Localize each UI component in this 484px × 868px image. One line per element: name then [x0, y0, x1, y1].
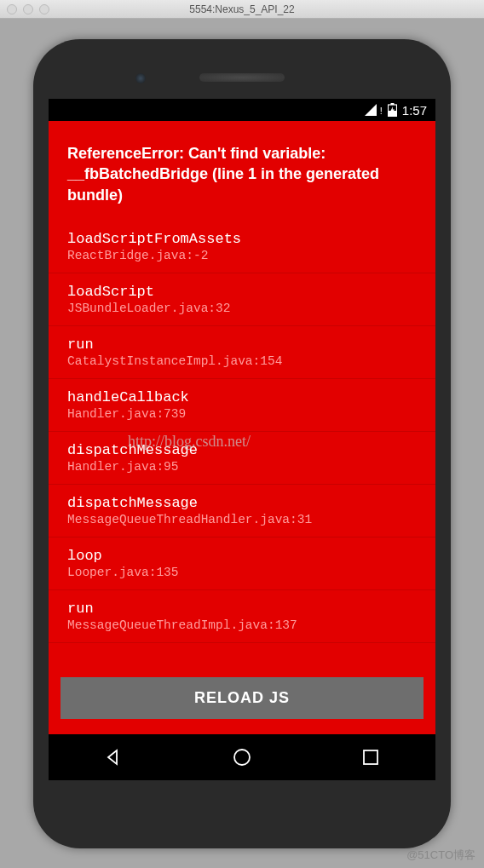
frame-file: MessageQueueThreadImpl.java:137 — [67, 618, 417, 632]
stack-frame[interactable]: handleCallback Handler.java:739 — [49, 379, 435, 432]
svg-rect-4 — [364, 750, 377, 764]
mac-maximize-button[interactable] — [39, 4, 49, 14]
stack-trace: loadScriptFromAssets ReactBridge.java:-2… — [49, 221, 435, 665]
window-title: 5554:Nexus_5_API_22 — [0, 3, 484, 15]
status-clock: 1:57 — [402, 103, 427, 118]
frame-method: handleCallback — [67, 389, 417, 405]
frame-method: dispatchMessage — [67, 495, 417, 511]
emulator-area: ! 1:57 ReferenceError: Can't find variab… — [0, 19, 484, 857]
frame-method: run — [67, 336, 417, 353]
front-camera — [135, 73, 146, 83]
frame-file: Handler.java:95 — [67, 460, 417, 474]
footer-watermark: @51CTO博客 — [406, 848, 475, 863]
stack-frame[interactable]: loadScriptFromAssets ReactBridge.java:-2 — [49, 221, 435, 273]
frame-file: MessageQueueThreadHandler.java:31 — [67, 513, 417, 526]
mac-window-buttons — [7, 4, 49, 14]
stack-frame[interactable]: loadScript JSBundleLoader.java:32 — [49, 273, 435, 326]
frame-method: loadScriptFromAssets — [67, 231, 417, 247]
android-status-bar: ! 1:57 — [49, 99, 435, 121]
device-screen: ! 1:57 ReferenceError: Can't find variab… — [49, 99, 435, 780]
nav-back-button[interactable] — [103, 747, 124, 767]
phone-frame: ! 1:57 ReferenceError: Can't find variab… — [33, 39, 451, 848]
stack-frame[interactable]: run MessageQueueThreadImpl.java:137 — [49, 590, 435, 643]
frame-method: loop — [67, 548, 417, 564]
stack-frame[interactable]: dispatchMessage MessageQueueThreadHandle… — [49, 485, 435, 537]
stack-frame[interactable]: loop Looper.java:135 — [49, 537, 435, 590]
battery-charging-icon — [388, 103, 397, 117]
svg-point-3 — [234, 750, 250, 765]
frame-file: CatalystInstanceImpl.java:154 — [67, 354, 417, 368]
react-native-redbox: ReferenceError: Can't find variable: __f… — [49, 121, 435, 734]
mac-close-button[interactable] — [7, 4, 17, 14]
stack-frame[interactable]: run CatalystInstanceImpl.java:154 — [49, 326, 435, 379]
frame-method: loadScript — [67, 284, 417, 300]
frame-file: ReactBridge.java:-2 — [67, 249, 417, 262]
reload-js-button[interactable]: RELOAD JS — [60, 677, 424, 719]
signal-icon: ! — [365, 104, 383, 116]
android-nav-bar — [49, 734, 435, 780]
frame-method: run — [67, 601, 417, 617]
mac-minimize-button[interactable] — [23, 4, 33, 14]
frame-file: Handler.java:739 — [67, 407, 417, 421]
nav-home-button[interactable] — [232, 747, 252, 767]
nav-recent-button[interactable] — [360, 747, 381, 767]
stack-frame[interactable]: dispatchMessage Handler.java:95 — [49, 432, 435, 485]
mac-titlebar: 5554:Nexus_5_API_22 — [0, 0, 484, 19]
frame-file: Looper.java:135 — [67, 566, 417, 579]
frame-file: JSBundleLoader.java:32 — [67, 302, 417, 315]
frame-method: dispatchMessage — [67, 442, 417, 458]
earpiece — [199, 73, 285, 82]
error-title: ReferenceError: Can't find variable: __f… — [49, 136, 435, 221]
